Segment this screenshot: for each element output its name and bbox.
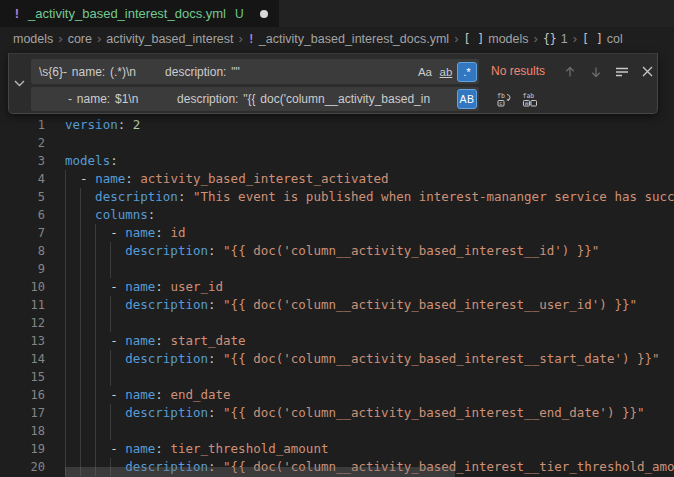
code-editor[interactable]: 1version: 223models:4 - name: activity_b… xyxy=(0,50,674,477)
indent-guide xyxy=(80,314,81,332)
whole-word-toggle[interactable]: ab xyxy=(436,62,456,82)
editor-line-17[interactable]: 17 description: "{{ doc('column__activit… xyxy=(0,404,674,422)
editor-line-16[interactable]: 16 - name: end_date xyxy=(0,386,674,404)
find-input[interactable] xyxy=(31,65,414,79)
editor-line-13[interactable]: 13 - name: start_date xyxy=(0,332,674,350)
line-number: 16 xyxy=(0,386,45,404)
replace-row: AB xyxy=(31,87,479,111)
code-text: description: "This event is published wh… xyxy=(65,188,674,206)
breadcrumb-label: activity_based_interest xyxy=(106,32,233,46)
editor-line-10[interactable]: 10 - name: user_id xyxy=(0,278,674,296)
editor-line-12[interactable]: 12 xyxy=(0,314,674,332)
line-number: 5 xyxy=(0,188,45,206)
line-number: 13 xyxy=(0,332,45,350)
breadcrumb-item--activity-based-interest-docs-yml[interactable]: !_activity_based_interest_docs.yml xyxy=(248,32,449,46)
svg-text:ac: ac xyxy=(524,100,531,106)
svg-text:fb: fb xyxy=(497,92,505,100)
symbol-object-icon: {} xyxy=(543,32,557,46)
code-text: - name: tier_threshold_amount xyxy=(65,440,674,458)
indent-guide xyxy=(80,260,81,278)
code-text: description: "{{ doc('column__activity_b… xyxy=(65,242,674,260)
line-number: 10 xyxy=(0,278,45,296)
line-number: 7 xyxy=(0,224,45,242)
line-number: 11 xyxy=(0,296,45,314)
indent-guide xyxy=(95,368,96,386)
yaml-file-icon: ! xyxy=(13,6,21,21)
indent-guide xyxy=(95,260,96,278)
indent-guide xyxy=(110,422,111,440)
breadcrumb-item-activity-based-interest[interactable]: activity_based_interest xyxy=(106,32,233,46)
editor-line-9[interactable]: 9 xyxy=(0,260,674,278)
editor-line-18[interactable]: 18 xyxy=(0,422,674,440)
next-match-button[interactable] xyxy=(585,61,606,82)
git-untracked-badge: U xyxy=(235,7,244,21)
breadcrumb-item-1[interactable]: {}1 xyxy=(543,32,568,46)
breadcrumb-label: _activity_based_interest_docs.yml xyxy=(259,32,449,46)
editor-line-11[interactable]: 11 description: "{{ doc('column__activit… xyxy=(0,296,674,314)
code-text: - name: id xyxy=(65,224,674,242)
breadcrumb-label: core xyxy=(68,32,92,46)
code-text: models: xyxy=(65,152,674,170)
line-number: 3 xyxy=(0,152,45,170)
close-find-widget-button[interactable] xyxy=(637,61,658,82)
line-number: 2 xyxy=(0,134,45,152)
find-in-selection-button[interactable] xyxy=(611,61,632,82)
line-number: 17 xyxy=(0,404,45,422)
indent-guide xyxy=(65,422,66,440)
breadcrumb-label: models xyxy=(488,32,528,46)
svg-text:c: c xyxy=(499,100,502,106)
indent-guide xyxy=(110,314,111,332)
replace-input-container: AB xyxy=(31,87,479,111)
editor-line-4[interactable]: 4 - name: activity_based_interest_activa… xyxy=(0,170,674,188)
line-number: 19 xyxy=(0,440,45,458)
match-case-toggle[interactable]: Aa xyxy=(415,62,435,82)
editor-line-5[interactable]: 5 description: "This event is published … xyxy=(0,188,674,206)
horizontal-scrollbar[interactable] xyxy=(65,467,455,477)
replace-input[interactable] xyxy=(31,92,456,106)
line-number: 18 xyxy=(0,422,45,440)
previous-match-button[interactable] xyxy=(559,61,580,82)
editor-line-19[interactable]: 19 - name: tier_threshold_amount xyxy=(0,440,674,458)
replace-button[interactable]: fb c xyxy=(493,89,514,110)
code-text: description: "{{ doc('column__activity_b… xyxy=(65,296,674,314)
line-number: 9 xyxy=(0,260,45,278)
indent-guide xyxy=(65,368,66,386)
editor-line-14[interactable]: 14 description: "{{ doc('column__activit… xyxy=(0,350,674,368)
editor-line-3[interactable]: 3models: xyxy=(0,152,674,170)
editor-line-8[interactable]: 8 description: "{{ doc('column__activity… xyxy=(0,242,674,260)
indent-guide xyxy=(80,368,81,386)
line-number: 12 xyxy=(0,314,45,332)
code-text: version: 2 xyxy=(65,116,674,134)
code-text: - name: start_date xyxy=(65,332,674,350)
breadcrumb-separator-icon: › xyxy=(534,31,538,46)
whole-word-label: ab xyxy=(440,66,453,78)
indent-guide xyxy=(80,422,81,440)
symbol-array-icon: [ ] xyxy=(582,32,603,46)
replace-all-button[interactable]: fab ac xyxy=(519,89,540,110)
editor-line-7[interactable]: 7 - name: id xyxy=(0,224,674,242)
breadcrumb-item-core[interactable]: core xyxy=(68,32,92,46)
breadcrumb: models›core›activity_based_interest›!_ac… xyxy=(0,27,674,50)
breadcrumb-label: 1 xyxy=(561,32,568,46)
preserve-case-toggle[interactable]: AB xyxy=(457,89,477,109)
regex-toggle[interactable]: .* xyxy=(457,62,477,82)
breadcrumb-item-models[interactable]: models xyxy=(13,32,53,46)
find-results-status: No results xyxy=(491,59,545,84)
editor-line-2[interactable]: 2 xyxy=(0,134,674,152)
editor-line-1[interactable]: 1version: 2 xyxy=(0,116,674,134)
indent-guide xyxy=(65,314,66,332)
breadcrumb-separator-icon: › xyxy=(573,31,577,46)
editor-line-6[interactable]: 6 columns: xyxy=(0,206,674,224)
breadcrumb-separator-icon: › xyxy=(238,31,242,46)
breadcrumb-item-col[interactable]: [ ]col xyxy=(582,32,623,46)
find-replace-widget: Aa ab .* No results AB fb c fab xyxy=(8,53,658,114)
editor-line-15[interactable]: 15 xyxy=(0,368,674,386)
unsaved-changes-dot-icon[interactable] xyxy=(260,10,268,18)
code-text: columns: xyxy=(65,206,674,224)
line-number: 15 xyxy=(0,368,45,386)
breadcrumb-item-models[interactable]: [ ]models xyxy=(463,32,528,46)
indent-guide xyxy=(110,260,111,278)
toggle-replace-chevron-icon[interactable] xyxy=(9,54,29,113)
tab-activity-based-interest-docs[interactable]: ! _activity_based_interest_docs.yml U xyxy=(0,0,279,27)
indent-guide xyxy=(65,260,66,278)
